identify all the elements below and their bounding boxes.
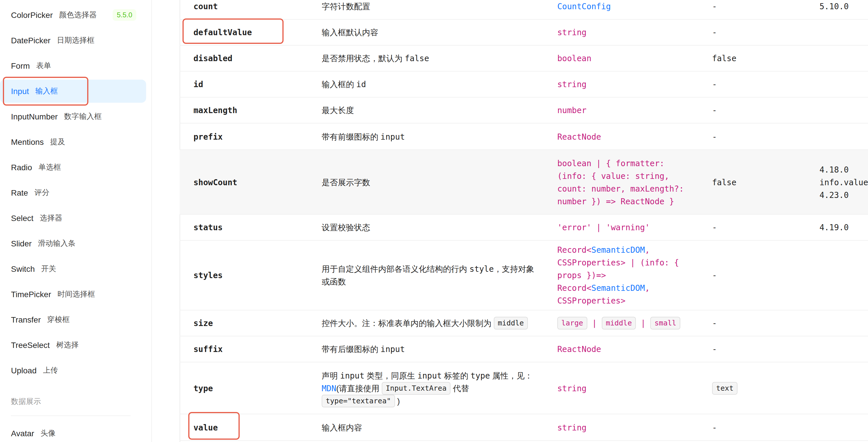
app-window: ColorPicker颜色选择器5.5.0DatePicker日期选择框Form… (0, 0, 868, 442)
sidebar-item-transfer[interactable]: Transfer穿梭框 (0, 308, 151, 331)
link-semanticdom[interactable]: SemanticDOM (591, 283, 645, 293)
sidebar-item-radio[interactable]: Radio单选框 (0, 156, 151, 179)
cell-description: 最大长度 (312, 104, 548, 116)
cell-name: defaultValue (180, 26, 312, 39)
sidebar-item-subtitle: 上传 (43, 365, 58, 376)
text-run: - (712, 423, 717, 432)
sidebar-item-inputnumber[interactable]: InputNumber数字输入框 (0, 105, 151, 128)
sidebar-group-divider (11, 415, 130, 416)
sidebar-item-name: TreeSelect (11, 340, 50, 350)
sidebar-item-rate[interactable]: Rate评分 (0, 181, 151, 204)
sidebar-item-input[interactable]: Input输入框 (0, 80, 146, 103)
cell-type: Record<SemanticDOM, CSSProperties> | (in… (548, 243, 703, 307)
table-row-showcount: showCount是否展示字数boolean | { formatter: (i… (180, 150, 868, 215)
sidebar-item-avatar[interactable]: Avatar头像 (0, 422, 151, 442)
sidebar-item-subtitle: 头像 (40, 428, 56, 439)
sidebar-item-mentions[interactable]: Mentions提及 (0, 130, 151, 154)
text-run: | (636, 318, 651, 328)
text-run: false (712, 54, 736, 63)
text-run: boolean (557, 54, 591, 63)
cell-type: string (548, 382, 703, 395)
cell-type: string (548, 78, 703, 91)
cell-default: - (703, 0, 810, 13)
table-row-type: type声明 input 类型，同原生 input 标签的 type 属性，见：… (180, 362, 868, 414)
text-run: id (356, 80, 366, 89)
sidebar-item-datepicker[interactable]: DatePicker日期选择框 (0, 29, 151, 52)
property-name: suffix (193, 344, 223, 354)
table-row-maxlength: maxLength最大长度number- (180, 98, 868, 124)
sidebar-item-subtitle: 数字输入框 (64, 111, 102, 122)
text-run: 属性，见： (490, 371, 533, 380)
property-name: maxLength (193, 106, 237, 115)
text-run: 带有后缀图标的 (322, 344, 380, 354)
cell-description: 字符计数配置 (312, 0, 548, 13)
cell-description: 带有前缀图标的 input (312, 130, 548, 143)
sidebar-item-upload[interactable]: Upload上传 (0, 359, 151, 382)
cell-name: disabled (180, 52, 312, 65)
cell-name: count (180, 0, 312, 13)
sidebar-item-subtitle: 选择器 (40, 213, 62, 223)
sidebar-item-name: Input (11, 87, 29, 96)
cell-type: boolean (548, 52, 703, 65)
link-semanticdom[interactable]: SemanticDOM (591, 245, 645, 254)
cell-default: - (703, 269, 810, 281)
text-run: string (557, 383, 586, 393)
property-name: prefix (193, 132, 223, 141)
text-run: - (712, 223, 717, 232)
sidebar-item-subtitle: 评分 (34, 188, 50, 198)
cell-type: large | middle | small (548, 317, 703, 330)
cell-default: - (703, 343, 810, 355)
text-run: ReactNode (557, 132, 601, 141)
sidebar-item-name: Rate (11, 188, 28, 197)
table-row-count: count字符计数配置CountConfig-5.10.0 (180, 0, 868, 20)
text-run: style (469, 264, 494, 273)
cell-description: 输入框默认内容 (312, 26, 548, 39)
sidebar-menu: ColorPicker颜色选择器5.5.0DatePicker日期选择框Form… (0, 3, 151, 382)
cell-name: status (180, 221, 312, 234)
sidebar-item-form[interactable]: Form表单 (0, 54, 151, 77)
text-run: string (557, 80, 586, 89)
cell-description: 声明 input 类型，同原生 input 标签的 type 属性，见：MDN(… (312, 369, 548, 407)
property-name: defaultValue (193, 28, 252, 37)
property-name: showCount (193, 177, 237, 187)
sidebar-item-subtitle: 输入框 (35, 86, 58, 96)
sidebar-item-name: ColorPicker (11, 10, 53, 20)
cell-version: 5.10.0 (810, 0, 868, 13)
link-countconfig[interactable]: CountConfig (557, 2, 611, 11)
sidebar-item-name: Mentions (11, 137, 44, 146)
cell-type: string (548, 26, 703, 39)
text-run: | (587, 318, 602, 328)
table-row-styles: styles用于自定义组件内部各语义化结构的行内 style，支持对象或函数Re… (180, 241, 868, 310)
property-name: id (193, 80, 203, 89)
text-run: input (380, 132, 405, 141)
text-run: - (712, 2, 717, 11)
cell-name: prefix (180, 130, 312, 143)
version-badge: 5.5.0 (113, 9, 136, 21)
sidebar-item-subtitle: 滑动输入条 (38, 238, 76, 249)
text-run: 代替 (451, 383, 471, 393)
sidebar-item-slider[interactable]: Slider滑动输入条 (0, 232, 151, 255)
sidebar-item-timepicker[interactable]: TimePicker时间选择框 (0, 283, 151, 306)
sidebar-item-select[interactable]: Select选择器 (0, 207, 151, 230)
text-run: 'error' | 'warning' (557, 223, 650, 232)
cell-description: 输入框的 id (312, 78, 548, 91)
table-row-size: size控件大小。注：标准表单内的输入框大小限制为 middlelarge | … (180, 310, 868, 336)
sidebar-item-subtitle: 颜色选择器 (59, 10, 97, 20)
text-run: 类型，同原生 (364, 371, 417, 380)
text-run: 输入框内容 (322, 423, 362, 432)
cell-default: - (703, 130, 810, 143)
text-run: input (380, 344, 405, 354)
code-chip: middle (602, 317, 636, 330)
sidebar-item-subtitle: 表单 (36, 61, 51, 71)
code-chip: text (712, 382, 738, 395)
link-mdn[interactable]: MDN (322, 383, 336, 393)
sidebar-item-name: InputNumber (11, 112, 58, 121)
cell-name: showCount (180, 176, 312, 189)
cell-description: 输入框内容 (312, 421, 548, 434)
sidebar-item-switch[interactable]: Switch开关 (0, 257, 151, 280)
property-name: status (193, 223, 223, 232)
code-chip: small (651, 317, 680, 330)
sidebar-item-colorpicker[interactable]: ColorPicker颜色选择器5.5.0 (0, 3, 151, 27)
sidebar-item-treeselect[interactable]: TreeSelect树选择 (0, 334, 151, 356)
property-name: size (193, 318, 213, 328)
